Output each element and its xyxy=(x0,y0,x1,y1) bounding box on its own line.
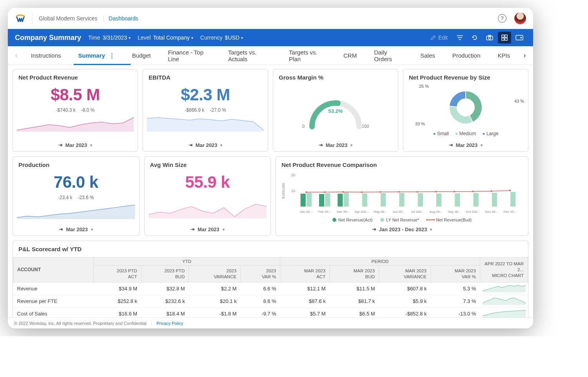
svg-point-1 xyxy=(488,37,491,39)
snapshot-icon[interactable] xyxy=(483,32,496,44)
tab-production[interactable]: Production xyxy=(444,46,489,65)
sparkline-chart xyxy=(149,203,267,218)
tab-instructions[interactable]: Instructions xyxy=(22,46,70,65)
card-title: EBITDA xyxy=(143,69,268,83)
scorecard-title: P&L Scorecard w/ YTD xyxy=(13,241,528,257)
cell-value: $607.8 k xyxy=(379,282,431,295)
filter-bar: Company Summary Time 3/31/2023 ▾ Level T… xyxy=(8,29,533,46)
svg-text:10: 10 xyxy=(291,189,295,193)
cell-account: Revenue xyxy=(13,282,94,295)
tabs-scroll-right[interactable]: › xyxy=(519,51,531,60)
tab-finance-top-line[interactable]: Finance - Top Line xyxy=(159,46,219,65)
kpi-value: $8.5 M xyxy=(51,85,100,104)
card-period-selector[interactable]: ⇥Mar 2023▾ xyxy=(13,139,138,151)
table-col-header: 2023 VAR % xyxy=(241,266,280,283)
help-icon[interactable]: ? xyxy=(498,14,506,23)
currency-label: Currency xyxy=(200,34,223,41)
present-icon[interactable] xyxy=(513,32,526,44)
card-period-selector[interactable]: ⇥Mar 2023▾ xyxy=(145,223,271,236)
chevron-down-icon[interactable]: ▾ xyxy=(191,36,193,40)
kpi-delta-pct: -23.6 % xyxy=(78,195,94,200)
kpi-value: 55.9 k xyxy=(185,173,230,192)
card-period-selector[interactable]: ⇥Mar 2023▾ xyxy=(273,139,398,151)
svg-rect-11 xyxy=(301,194,306,207)
cell-value: 6.6 % xyxy=(241,282,280,295)
cell-value: $12.1 M xyxy=(280,282,330,295)
card-production: Production 76.0 k -23.4 k-23.6 % ⇥Mar 20… xyxy=(13,156,140,236)
filter-icon[interactable] xyxy=(453,32,466,44)
col-group-ytd: YTD xyxy=(93,257,280,266)
level-value[interactable]: Total Company xyxy=(153,34,189,41)
chevron-down-icon: ▾ xyxy=(350,143,352,147)
cell-value: $11.5 M xyxy=(330,282,379,295)
pin-icon: ⇥ xyxy=(189,142,192,148)
svg-point-44 xyxy=(417,191,418,192)
cell-value: -$852.8 k xyxy=(379,307,431,317)
chevron-down-icon[interactable]: ▾ xyxy=(129,36,131,40)
cell-value: 7.3 % xyxy=(431,295,480,307)
tab-targets-vs-actuals[interactable]: Targets vs. Actuals xyxy=(220,46,280,65)
svg-point-39 xyxy=(324,191,325,193)
card-title: Avg Win Size xyxy=(145,157,271,170)
col-account: ACCOUNT xyxy=(13,257,94,283)
svg-rect-6 xyxy=(505,38,507,40)
tabs-scroll-left[interactable]: ‹ xyxy=(10,51,22,60)
tab-summary[interactable]: Summary⋮ xyxy=(70,46,123,65)
card-revenue-by-size: Net Product Revenue by Size 43 % 33 % 25… xyxy=(403,69,528,152)
svg-rect-26 xyxy=(418,193,423,207)
dashboards-link[interactable]: Dashboards xyxy=(103,15,138,22)
svg-rect-4 xyxy=(505,35,507,37)
chevron-down-icon: ▾ xyxy=(430,227,432,232)
card-period-selector[interactable]: ⇥Jan 2023 - Dec 2023▾ xyxy=(276,223,528,236)
kpi-value: $2.3 M xyxy=(181,85,230,104)
edit-button[interactable]: Edit xyxy=(426,32,452,44)
grid-view-icon[interactable] xyxy=(498,32,511,44)
svg-rect-34 xyxy=(492,193,497,207)
tab-sales[interactable]: Sales xyxy=(412,46,444,65)
tab-menu-icon[interactable]: ⋮ xyxy=(109,52,115,59)
svg-rect-24 xyxy=(399,193,404,207)
comparison-chart: $,000,0001020Jan 20...Feb 20...Mar 20...… xyxy=(281,172,523,215)
tab-crm[interactable]: CRM xyxy=(335,46,365,65)
refresh-icon[interactable] xyxy=(468,32,481,44)
legend-item: Medium xyxy=(455,131,476,136)
cell-value: $87.6 k xyxy=(280,295,330,307)
card-period-selector[interactable]: ⇥Mar 2023▾ xyxy=(143,139,268,151)
tab-kpis[interactable]: KPIs xyxy=(489,46,519,65)
tab-daily-orders[interactable]: Daily Orders xyxy=(365,46,412,65)
gauge-max: 100 xyxy=(362,124,369,129)
cell-value: 8.6 % xyxy=(241,295,280,307)
tab-budget[interactable]: Budget xyxy=(123,46,160,65)
svg-point-47 xyxy=(472,191,474,192)
card-period-selector[interactable]: ⇥Mar 2023▾ xyxy=(13,223,139,236)
cell-value: $81.7 k xyxy=(330,295,379,307)
cell-value: $32.8 M xyxy=(141,282,189,295)
cell-value: $232.6 k xyxy=(141,295,189,307)
table-col-header: MAR 2023 BUD xyxy=(330,266,379,283)
donut-label: 33 % xyxy=(415,121,425,126)
svg-point-46 xyxy=(454,191,455,192)
donut-label: 25 % xyxy=(419,84,429,89)
pin-icon: ⇥ xyxy=(449,142,453,148)
chevron-down-icon[interactable]: ▾ xyxy=(241,36,243,40)
table-col-header: 2023 PTD ACT xyxy=(93,266,141,283)
user-avatar[interactable] xyxy=(514,13,526,24)
cell-account: Revenue per FTE xyxy=(13,295,94,307)
legend-item: Net Revenue(Bud) xyxy=(427,218,472,222)
card-period-selector[interactable]: ⇥Mar 2023▾ xyxy=(403,139,528,151)
privacy-link[interactable]: Privacy Policy xyxy=(151,321,183,326)
sparkline-chart xyxy=(17,116,134,132)
time-value[interactable]: 3/31/2023 xyxy=(103,34,127,41)
workday-logo[interactable] xyxy=(15,13,33,24)
svg-point-48 xyxy=(491,190,492,192)
legend: Small Medium Large xyxy=(403,130,528,139)
svg-text:Mar 20...: Mar 20... xyxy=(337,210,349,214)
svg-point-38 xyxy=(305,191,307,193)
cell-value: -9.7 % xyxy=(241,307,280,317)
cell-microchart xyxy=(480,307,528,317)
pin-icon: ⇥ xyxy=(191,227,194,232)
currency-value[interactable]: $USD xyxy=(225,34,240,41)
cell-value: $34.9 M xyxy=(93,282,141,295)
tab-targets-vs-plan[interactable]: Targets vs. Plan xyxy=(280,46,335,65)
svg-text:Aug 20...: Aug 20... xyxy=(429,210,442,214)
